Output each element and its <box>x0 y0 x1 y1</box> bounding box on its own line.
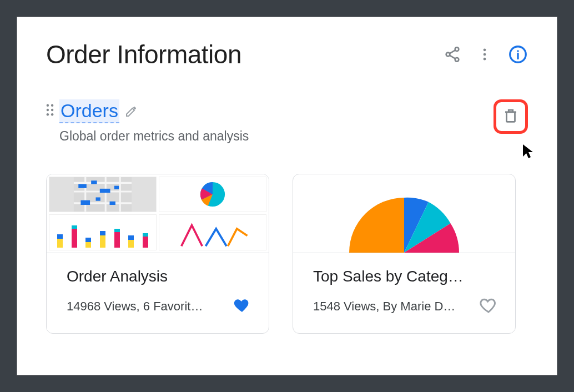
section-title-line: Orders <box>59 99 249 123</box>
svg-rect-23 <box>96 197 100 200</box>
heart-filled-icon[interactable] <box>233 296 251 316</box>
card-meta: 1548 Views, By Marie D… <box>313 299 473 314</box>
cursor-pointer-icon <box>521 143 535 162</box>
dashboard-panel: Order Information <box>17 17 557 375</box>
card-preview <box>47 174 269 253</box>
svg-point-14 <box>51 109 53 111</box>
svg-point-7 <box>484 58 486 61</box>
svg-rect-18 <box>78 184 87 188</box>
section-name-wrap: Orders Global order metrics and analysis <box>59 99 249 144</box>
svg-rect-19 <box>91 180 97 184</box>
pie-thumb-icon <box>159 177 266 213</box>
card-title: Top Sales by Categ… <box>313 268 497 285</box>
svg-rect-22 <box>80 200 90 204</box>
header-actions <box>444 44 528 64</box>
svg-point-11 <box>47 104 49 107</box>
drag-handle-icon[interactable] <box>46 104 54 118</box>
svg-line-4 <box>450 56 455 59</box>
svg-point-5 <box>484 49 486 52</box>
half-pie-icon <box>293 174 515 253</box>
delete-section-button[interactable] <box>494 99 528 134</box>
svg-point-13 <box>47 109 49 111</box>
card-title: Order Analysis <box>67 268 251 285</box>
svg-point-1 <box>446 53 450 57</box>
section-title-input[interactable]: Orders <box>59 99 119 123</box>
info-icon[interactable] <box>508 44 528 64</box>
header-row: Order Information <box>46 39 528 69</box>
report-card[interactable]: Order Analysis 14968 Views, 6 Favorit… <box>46 174 269 334</box>
svg-line-3 <box>450 50 455 53</box>
pencil-icon[interactable] <box>125 104 138 118</box>
trash-icon <box>502 107 519 126</box>
line-thumb-icon <box>159 214 266 250</box>
card-body: Top Sales by Categ… 1548 Views, By Marie… <box>293 253 515 333</box>
svg-point-6 <box>484 53 486 56</box>
heart-outline-icon[interactable] <box>480 296 497 316</box>
map-thumb-icon <box>49 177 157 213</box>
section-description: Global order metrics and analysis <box>59 129 249 144</box>
cards-row: Order Analysis 14968 Views, 6 Favorit… <box>46 174 528 334</box>
section-head-row: Orders Global order metrics and analysis <box>46 99 528 144</box>
svg-rect-24 <box>110 202 115 205</box>
svg-rect-21 <box>114 185 119 189</box>
svg-point-2 <box>455 58 459 62</box>
page-title: Order Information <box>46 39 241 69</box>
report-card[interactable]: Top Sales by Categ… 1548 Views, By Marie… <box>293 174 516 334</box>
share-icon[interactable] <box>444 46 461 63</box>
svg-point-16 <box>51 113 53 115</box>
bar-thumb-icon <box>49 214 157 250</box>
card-meta-row: 1548 Views, By Marie D… <box>313 296 497 316</box>
card-meta-row: 14968 Views, 6 Favorit… <box>67 296 251 316</box>
more-vert-icon[interactable] <box>477 47 492 62</box>
svg-point-0 <box>455 47 459 51</box>
svg-point-12 <box>51 104 53 107</box>
svg-point-9 <box>517 50 519 52</box>
svg-point-15 <box>47 113 49 115</box>
card-body: Order Analysis 14968 Views, 6 Favorit… <box>47 253 269 333</box>
section-head-left: Orders Global order metrics and analysis <box>46 99 249 144</box>
card-preview <box>293 174 515 253</box>
svg-rect-20 <box>100 189 110 193</box>
card-meta: 14968 Views, 6 Favorit… <box>67 299 226 314</box>
